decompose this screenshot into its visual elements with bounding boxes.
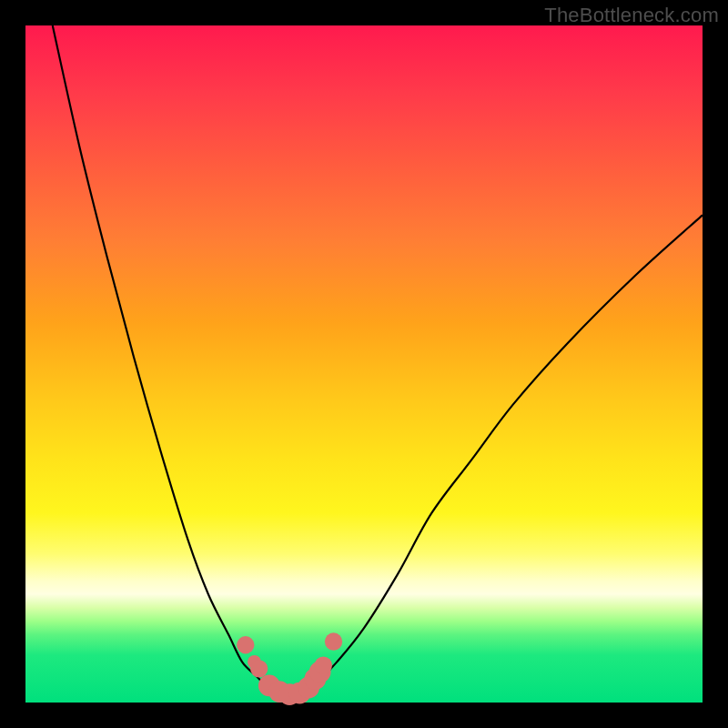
data-marker — [250, 660, 268, 677]
marker-group — [237, 632, 342, 705]
data-marker — [315, 656, 332, 673]
chart-overlay — [25, 25, 703, 703]
data-marker — [237, 636, 254, 653]
chart-frame: TheBottleneck.com — [0, 0, 728, 728]
data-marker — [325, 632, 342, 650]
attribution-text: TheBottleneck.com — [544, 4, 719, 27]
bottleneck-curve-right — [283, 215, 703, 695]
bottleneck-curve-left — [53, 25, 283, 696]
